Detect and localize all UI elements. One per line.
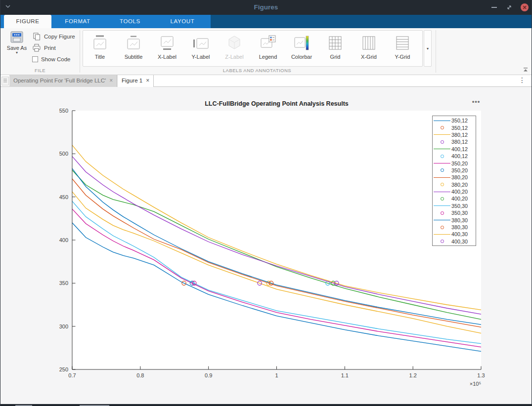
copy-figure-button[interactable]: Copy Figure xyxy=(32,32,75,41)
tab-close-icon[interactable]: × xyxy=(109,77,113,84)
legend-line-swatch xyxy=(434,177,450,178)
print-button[interactable]: Print xyxy=(32,43,56,52)
y-tick-label: 300 xyxy=(59,324,68,329)
plot-legend[interactable]: 350,12350,12380,12380,12400,12400,12350,… xyxy=(432,116,476,246)
file-section-caption: FILE xyxy=(0,68,80,73)
legend-line-swatch xyxy=(434,134,450,135)
x-grid-icon xyxy=(360,35,377,52)
y-tick-label: 550 xyxy=(59,108,68,114)
legend-entry: 400,30 xyxy=(433,238,476,245)
ribbon-tab-format[interactable]: FORMAT xyxy=(51,15,104,28)
ribbon-divider-2 xyxy=(436,30,436,73)
figure-canvas: 2503003504004505005500.70.80.911.11.21.3… xyxy=(0,87,532,404)
toolbar-item-colorbar[interactable]: Colorbar xyxy=(285,31,318,66)
legend-marker-swatch xyxy=(441,226,444,229)
ribbon-tab-layout[interactable]: LAYOUT xyxy=(156,15,209,28)
legend-label: 350,20 xyxy=(451,167,468,173)
toolbar-item-y-grid[interactable]: Y-Grid xyxy=(386,31,419,66)
print-label: Print xyxy=(44,45,56,51)
toolbar-item-subtitle[interactable]: Subtitle xyxy=(117,31,150,66)
x-tick-label: 1.1 xyxy=(341,372,349,378)
legend-entry: 400,12 xyxy=(433,146,476,153)
toolbar-item-grid[interactable]: Grid xyxy=(318,31,352,66)
ribbon-tab-tools[interactable]: TOOLS xyxy=(104,15,156,28)
legend-label: 350,30 xyxy=(451,203,468,209)
title-icon xyxy=(91,35,108,52)
legend-entry: 350,12 xyxy=(433,117,476,124)
legend-marker-swatch xyxy=(441,183,444,186)
legend-line-swatch xyxy=(434,205,450,206)
axes-toolbar-menu[interactable]: ••• xyxy=(468,98,484,105)
legend-entry: 350,20 xyxy=(433,167,476,174)
legend-label: 350,30 xyxy=(451,210,468,216)
y-tick-label: 450 xyxy=(59,194,68,200)
doc-tab-figure-1[interactable]: Figure 1× xyxy=(117,75,154,87)
collapse-ribbon-icon[interactable] xyxy=(523,67,529,72)
save-as-caret-icon[interactable]: ▾ xyxy=(4,51,29,55)
grid-icon xyxy=(327,35,344,52)
y-tick-label: 350 xyxy=(59,280,68,286)
labels-panel-dropdown-icon[interactable]: ▾ xyxy=(424,30,432,67)
legend-entry: 380,12 xyxy=(433,131,476,138)
legend-label: 400,30 xyxy=(451,231,468,237)
legend-entry: 350,20 xyxy=(433,160,476,166)
legend-marker-swatch xyxy=(441,155,444,158)
window-title: Figures xyxy=(0,0,532,15)
legend-label: 380,30 xyxy=(451,217,468,223)
legend-entry: 350,30 xyxy=(433,203,476,209)
x-tick-label: 1 xyxy=(275,372,278,378)
close-button[interactable]: ✕ xyxy=(521,3,529,11)
show-code-toggle[interactable]: Show Code xyxy=(32,55,70,64)
figures-window: Figures ✕ FIGURE FORMAT TOOLS LAYOUT ↶ ↷… xyxy=(0,0,532,406)
labels-annotations-panel: Title Subtitle X-Label xyxy=(83,30,423,67)
ribbon-tab-bar: FIGURE FORMAT TOOLS LAYOUT ↶ ↷ ▾ xyxy=(0,15,532,28)
document-tab-bar: Operating Point For 'Full Bridge LLC'× F… xyxy=(0,75,532,87)
legend-marker-swatch xyxy=(441,211,444,215)
restore-button[interactable] xyxy=(506,4,512,10)
show-code-label: Show Code xyxy=(41,56,70,62)
legend-entry: 400,12 xyxy=(433,153,476,160)
doc-tab-operating-point[interactable]: Operating Point For 'Full Bridge LLC'× xyxy=(9,75,117,87)
legend-icon xyxy=(260,35,276,52)
y-grid-icon xyxy=(394,35,411,52)
toolbar-item-x-label[interactable]: X-Label xyxy=(150,31,184,66)
legend-entry: 350,30 xyxy=(433,209,476,216)
copy-icon xyxy=(32,32,41,41)
print-icon xyxy=(32,43,41,52)
toolbar-item-legend[interactable]: Legend xyxy=(251,31,285,66)
legend-line-swatch xyxy=(434,234,450,235)
labels-section-caption: LABELS AND ANNOTATIONS xyxy=(83,68,432,73)
copy-figure-label: Copy Figure xyxy=(44,34,75,40)
minimize-button[interactable] xyxy=(491,7,497,8)
toolbar-item-y-label[interactable]: Y-Label xyxy=(184,31,218,66)
tabbar-overflow-menu-icon[interactable]: ⋮ xyxy=(519,76,526,84)
legend-line-swatch xyxy=(434,149,450,149)
tab-close-icon[interactable]: × xyxy=(146,77,149,84)
y-tick-label: 500 xyxy=(59,151,68,157)
legend-label: 350,12 xyxy=(451,125,468,131)
toolbar-item-title[interactable]: Title xyxy=(83,31,117,66)
legend-line-swatch xyxy=(434,220,450,220)
legend-entry: 380,20 xyxy=(433,174,476,181)
toolbar-item-x-grid[interactable]: X-Grid xyxy=(352,31,386,66)
legend-label: 400,12 xyxy=(451,146,468,152)
x-tick-label: 1.3 xyxy=(477,372,485,378)
x-label-icon xyxy=(159,35,176,52)
legend-entry: 400,20 xyxy=(433,188,476,195)
legend-label: 380,30 xyxy=(451,224,468,230)
legend-entry: 400,20 xyxy=(433,195,476,202)
colorbar-icon xyxy=(293,35,310,52)
save-as-button[interactable]: Save As ▾ xyxy=(4,31,29,55)
legend-marker-swatch xyxy=(441,240,444,243)
x-tick-label: 0.8 xyxy=(136,372,144,378)
legend-entry: 350,12 xyxy=(433,124,476,131)
ribbon-tab-figure[interactable]: FIGURE xyxy=(4,15,51,28)
x-tick-label: 1.2 xyxy=(409,372,417,378)
legend-label: 350,20 xyxy=(451,161,468,166)
tabbar-handle-icon[interactable] xyxy=(1,77,9,85)
show-code-checkbox[interactable] xyxy=(32,56,38,62)
legend-line-swatch xyxy=(434,121,450,121)
legend-line-swatch xyxy=(434,163,450,163)
legend-label: 400,20 xyxy=(451,189,468,195)
legend-line-swatch xyxy=(434,192,450,192)
